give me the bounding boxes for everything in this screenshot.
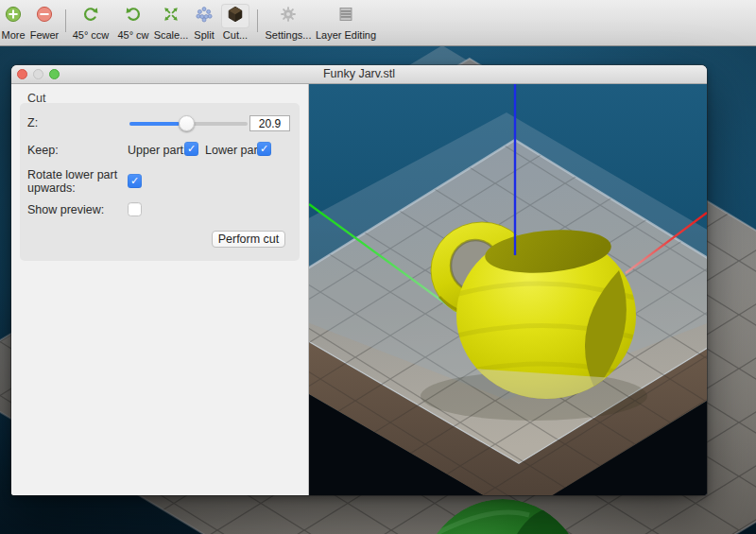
toolbar-label-layer-editing: Layer Editing [307, 29, 385, 41]
z-slider-thumb[interactable] [179, 115, 195, 131]
layers-icon [332, 4, 360, 28]
toolbar-separator [257, 9, 258, 32]
viewport-canvas [309, 84, 707, 495]
lower-part-label: Lower part: [205, 144, 265, 157]
cut-dialog-window: Funky Jarv.stl Cut Z: Keep: Upper part: … [11, 65, 707, 495]
z-label: Z: [27, 116, 38, 129]
title-bar[interactable]: Funky Jarv.stl [11, 65, 707, 84]
z-slider-fill [129, 122, 180, 126]
window-title: Funky Jarv.stl [11, 65, 707, 83]
toolbar-button-cut[interactable]: Cut... [209, 4, 262, 43]
gear-icon [274, 4, 302, 28]
show-preview-label: Show preview: [27, 203, 104, 216]
rotate-lower-label: Rotate lower part upwards: [27, 168, 124, 195]
rotate-cw-icon [119, 4, 147, 28]
lower-part-checkbox[interactable] [257, 142, 271, 156]
toolbar-button-layer-editing[interactable]: Layer Editing [307, 4, 385, 43]
rotate-ccw-icon [77, 4, 105, 28]
upper-part-label: Upper part: [128, 144, 187, 157]
screen: More Fewer 45° ccw 45° cw Scale... [0, 0, 756, 534]
upper-part-checkbox[interactable] [184, 142, 198, 156]
cut-panel: Cut Z: Keep: Upper part: Lower part: Rot… [11, 84, 309, 495]
minus-circle-icon [30, 4, 59, 28]
cut-hexagon-icon [221, 4, 249, 28]
perform-cut-button[interactable]: Perform cut [212, 231, 285, 248]
model-3d-viewport[interactable] [309, 84, 707, 495]
toolbar: More Fewer 45° ccw 45° cw Scale... [0, 0, 756, 46]
z-value-field[interactable] [249, 115, 290, 131]
show-preview-checkbox[interactable] [128, 202, 142, 216]
rotate-lower-checkbox[interactable] [128, 174, 142, 188]
toolbar-label-cut: Cut... [209, 29, 262, 41]
cut-groupbox: Z: Keep: Upper part: Lower part: Rotate … [20, 103, 300, 261]
keep-label: Keep: [27, 144, 59, 157]
